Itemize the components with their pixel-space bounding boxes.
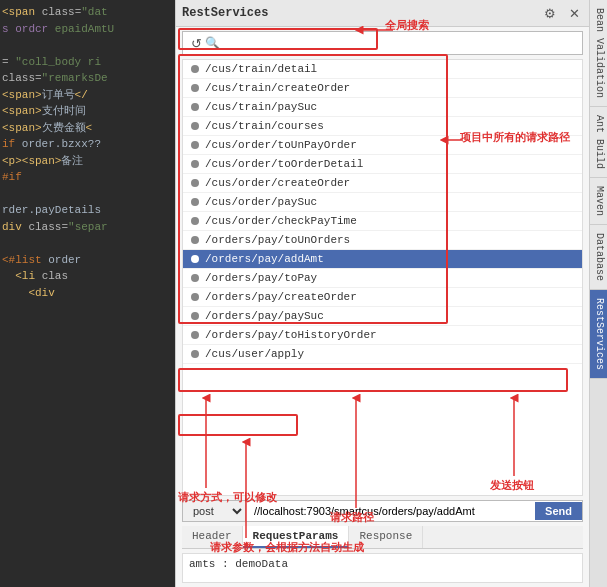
- side-tab-maven[interactable]: Maven: [590, 178, 607, 225]
- route-dot: [191, 160, 199, 168]
- route-dot: [191, 255, 199, 263]
- code-line: [2, 37, 173, 54]
- route-dot: [191, 331, 199, 339]
- close-button[interactable]: ✕: [565, 4, 583, 22]
- code-line: <li clas: [2, 268, 173, 285]
- send-button[interactable]: Send: [535, 502, 582, 520]
- method-select[interactable]: post get put delete: [183, 501, 246, 521]
- code-line: rder.payDetails: [2, 202, 173, 219]
- side-tabs: Bean Validation Ant Build Maven Database…: [589, 0, 607, 587]
- url-input[interactable]: [250, 502, 531, 520]
- code-line: <p><span>备注: [2, 153, 173, 170]
- header-icons: ⚙ ✕: [541, 4, 583, 22]
- code-panel: <span class="dat s ordcr epaidAmtU = "co…: [0, 0, 175, 587]
- code-line: <span>欠费金额<: [2, 120, 173, 137]
- tab-request-params[interactable]: RequestParams: [243, 526, 350, 548]
- route-dot: [191, 103, 199, 111]
- side-tab-ant-build[interactable]: Ant Build: [590, 107, 607, 178]
- route-dot: [191, 217, 199, 225]
- search-input[interactable]: [224, 37, 578, 49]
- route-dot: [191, 236, 199, 244]
- tab-response[interactable]: Response: [349, 526, 423, 548]
- params-value: amts : demoData: [189, 558, 288, 570]
- code-line: <span>订单号</: [2, 87, 173, 104]
- route-item[interactable]: /cus/train/courses: [183, 117, 582, 136]
- rest-panel: RestServices ⚙ ✕ ↺ 🔍 /cus/train/detail /…: [175, 0, 589, 587]
- route-dot: [191, 65, 199, 73]
- route-item[interactable]: /orders/pay/toPay: [183, 269, 582, 288]
- main-container: <span class="dat s ordcr epaidAmtU = "co…: [0, 0, 607, 587]
- code-line: class="remarksDe: [2, 70, 173, 87]
- route-dot: [191, 198, 199, 206]
- route-dot: [191, 122, 199, 130]
- route-item[interactable]: /cus/order/createOrder: [183, 174, 582, 193]
- route-item[interactable]: /cus/order/paySuc: [183, 193, 582, 212]
- route-item[interactable]: /cus/order/checkPayTime: [183, 212, 582, 231]
- route-item[interactable]: /orders/pay/paySuc: [183, 307, 582, 326]
- route-item[interactable]: /cus/user/apply: [183, 345, 582, 364]
- gear-button[interactable]: ⚙: [541, 4, 559, 22]
- route-item[interactable]: /cus/train/createOrder: [183, 79, 582, 98]
- code-line: <#list order: [2, 252, 173, 269]
- route-item[interactable]: /orders/pay/toHistoryOrder: [183, 326, 582, 345]
- route-item[interactable]: /cus/order/toOrderDetail: [183, 155, 582, 174]
- route-dot: [191, 312, 199, 320]
- code-line: #if: [2, 169, 173, 186]
- route-item[interactable]: /cus/order/toUnPayOrder: [183, 136, 582, 155]
- route-item-selected[interactable]: /orders/pay/addAmt: [183, 250, 582, 269]
- rest-header: RestServices ⚙ ✕: [176, 0, 589, 27]
- side-tab-database[interactable]: Database: [590, 225, 607, 290]
- tab-header[interactable]: Header: [182, 526, 243, 548]
- route-item[interactable]: /cus/train/detail: [183, 60, 582, 79]
- route-dot: [191, 274, 199, 282]
- route-dot: [191, 179, 199, 187]
- code-line: if order.bzxx??: [2, 136, 173, 153]
- code-line: <span>支付时间: [2, 103, 173, 120]
- code-line: [2, 235, 173, 252]
- code-line: div class="separ: [2, 219, 173, 236]
- side-tab-rest-services[interactable]: RestServices: [590, 290, 607, 379]
- route-dot: [191, 350, 199, 358]
- request-bar: post get put delete Send: [182, 500, 583, 522]
- routes-list: /cus/train/detail /cus/train/createOrder…: [182, 59, 583, 496]
- code-line: = "coll_body ri: [2, 54, 173, 71]
- route-dot: [191, 293, 199, 301]
- side-tab-bean-validation[interactable]: Bean Validation: [590, 0, 607, 107]
- route-dot: [191, 84, 199, 92]
- route-item[interactable]: /orders/pay/createOrder: [183, 288, 582, 307]
- panel-title: RestServices: [182, 6, 268, 20]
- params-area: amts : demoData: [182, 553, 583, 583]
- code-line: [2, 186, 173, 203]
- route-item[interactable]: /cus/train/paySuc: [183, 98, 582, 117]
- code-line: <span class="dat: [2, 4, 173, 21]
- refresh-button[interactable]: ↺: [187, 34, 205, 52]
- route-dot: [191, 141, 199, 149]
- search-icon: 🔍: [205, 36, 220, 51]
- code-line: s ordcr epaidAmtU: [2, 21, 173, 38]
- search-bar: ↺ 🔍: [182, 31, 583, 55]
- code-line: <div: [2, 285, 173, 302]
- route-item[interactable]: /orders/pay/toUnOrders: [183, 231, 582, 250]
- tabs-bar: Header RequestParams Response: [182, 526, 583, 549]
